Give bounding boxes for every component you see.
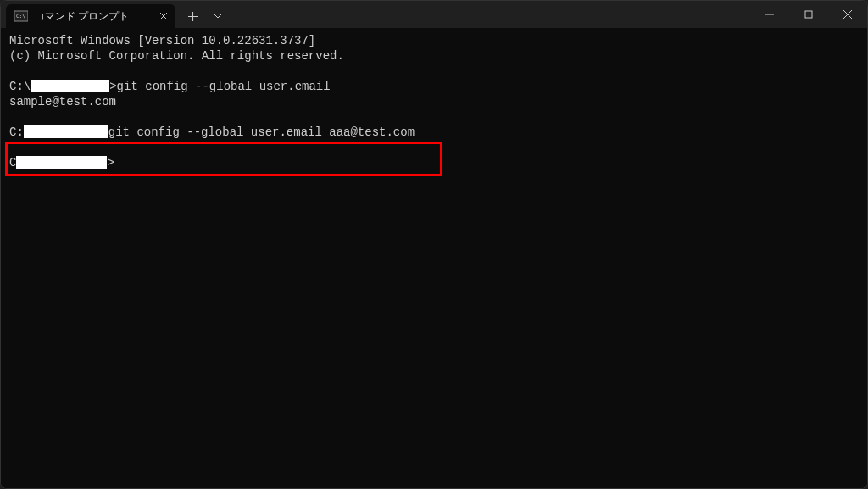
terminal-window: C:\ コマンド プロンプト	[0, 0, 868, 489]
cmd-icon: C:\	[14, 9, 28, 23]
tab-title: コマンド プロンプト	[35, 9, 150, 24]
terminal-line: Microsoft Windows [Version 10.0.22631.37…	[9, 33, 859, 48]
maximize-button[interactable]	[789, 1, 828, 28]
terminal-line-blank	[9, 140, 859, 155]
terminal-body[interactable]: Microsoft Windows [Version 10.0.22631.37…	[1, 28, 867, 488]
command-text: git config --global user.email aaa@test.…	[108, 125, 415, 139]
tab-dropdown-button[interactable]	[206, 6, 230, 26]
terminal-line-output: sample@test.com	[9, 94, 859, 109]
svg-rect-7	[805, 11, 812, 18]
terminal-line-blank	[9, 64, 859, 79]
prompt-prefix: C	[9, 156, 16, 169]
titlebar-drag-area[interactable]	[235, 1, 750, 28]
redacted-path	[24, 125, 108, 138]
command-text: >git config --global user.email	[109, 80, 330, 93]
terminal-line: (c) Microsoft Corporation. All rights re…	[9, 48, 859, 64]
redacted-path	[16, 156, 107, 169]
prompt-prefix: C:	[9, 125, 24, 139]
titlebar[interactable]: C:\ コマンド プロンプト	[1, 1, 867, 28]
tab-actions	[175, 4, 235, 28]
terminal-line-blank	[9, 109, 859, 125]
tab-close-button[interactable]	[157, 9, 170, 23]
prompt-suffix: >	[107, 156, 114, 169]
new-tab-button[interactable]	[181, 6, 204, 26]
window-controls	[750, 1, 867, 28]
close-window-button[interactable]	[828, 1, 867, 28]
terminal-line-prompt: C:git config --global user.email aaa@tes…	[9, 125, 859, 140]
minimize-button[interactable]	[750, 1, 789, 28]
terminal-line-prompt: C:\>git config --global user.email	[9, 79, 859, 94]
cursor	[114, 157, 121, 169]
svg-text:C:\: C:\	[16, 13, 25, 19]
terminal-line-prompt: C>	[9, 155, 859, 170]
tab-active[interactable]: C:\ コマンド プロンプト	[6, 4, 175, 28]
redacted-path	[31, 80, 109, 92]
prompt-prefix: C:\	[9, 80, 31, 93]
